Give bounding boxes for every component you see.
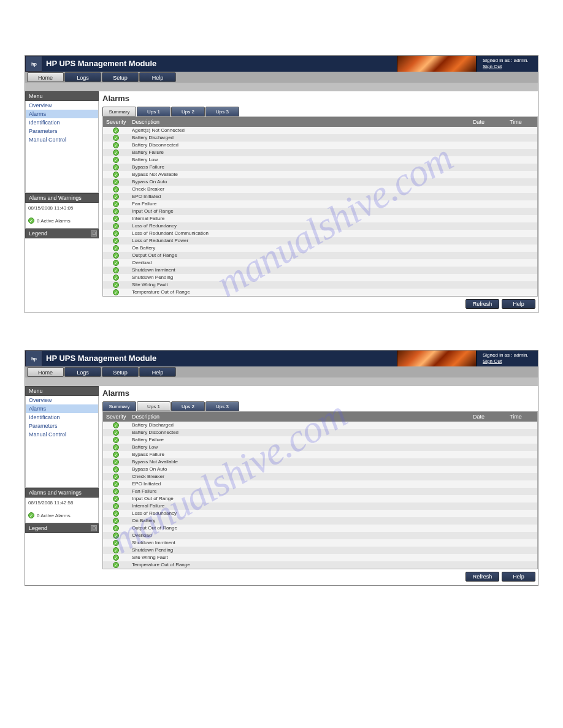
alarm-row[interactable]: ✓Output Out of Range: [103, 525, 537, 532]
help-button[interactable]: Help: [502, 299, 535, 309]
nav-tab-help[interactable]: Help: [139, 72, 176, 82]
subtab-summary[interactable]: Summary: [102, 107, 136, 116]
alarm-row[interactable]: ✓EPO Initiated: [103, 480, 537, 488]
nav-tab-logs[interactable]: Logs: [64, 367, 101, 377]
ok-icon: ✓: [113, 533, 119, 539]
nav-tab-home[interactable]: Home: [27, 367, 64, 377]
alarm-row[interactable]: ✓Shutdown Pending: [103, 547, 537, 554]
subtab-ups-1[interactable]: Ups 1: [137, 107, 170, 116]
alarm-row[interactable]: ✓Loss of Redundancy: [103, 510, 537, 517]
alarm-row[interactable]: ✓Bypass Failure: [103, 451, 537, 458]
date-cell: [470, 252, 507, 259]
alarm-row[interactable]: ✓Overload: [103, 532, 537, 539]
date-cell: [470, 561, 507, 569]
alarm-row[interactable]: ✓Shutdown Pending: [103, 274, 537, 281]
alarm-row[interactable]: ✓Battery Low: [103, 444, 537, 451]
alarm-row[interactable]: ✓Battery Low: [103, 156, 537, 164]
alarm-row[interactable]: ✓Bypass Not Available: [103, 171, 537, 178]
menu-item-alarms[interactable]: Alarms: [26, 110, 98, 118]
alarm-row[interactable]: ✓Battery Discharged: [103, 134, 537, 142]
alarm-row[interactable]: ✓Bypass Not Available: [103, 458, 537, 466]
description-cell: Loss of Redundant Power: [129, 237, 470, 245]
alarm-row[interactable]: ✓Fan Failure: [103, 200, 537, 208]
alarm-row[interactable]: ✓Agent(s) Not Connected: [103, 127, 537, 134]
expand-icon[interactable]: □: [91, 230, 97, 237]
refresh-button[interactable]: Refresh: [465, 572, 499, 582]
refresh-button[interactable]: Refresh: [465, 299, 499, 309]
alarm-row[interactable]: ✓Loss of Redundancy: [103, 222, 537, 230]
subtab-ups-1[interactable]: Ups 1: [137, 401, 170, 411]
menu-item-manual-control[interactable]: Manual Control: [26, 430, 98, 439]
nav-tab-help[interactable]: Help: [139, 367, 176, 377]
time-cell: [507, 444, 537, 451]
page-title: Alarms: [102, 91, 538, 107]
signout-link[interactable]: Sign Out: [483, 64, 532, 70]
alarm-row[interactable]: ✓Shutdown Imminent: [103, 267, 537, 274]
alarm-row[interactable]: ✓Loss of Redundant Communication: [103, 230, 537, 237]
menu-item-overview[interactable]: Overview: [26, 101, 98, 110]
subtab-summary[interactable]: Summary: [102, 401, 136, 411]
alarm-row[interactable]: ✓Bypass On Auto: [103, 178, 537, 186]
subtab-ups-3[interactable]: Ups 3: [205, 401, 239, 411]
alarms-grid: SeverityDescriptionDateTime✓Agent(s) Not…: [102, 116, 538, 297]
description-cell: Bypass Failure: [129, 164, 470, 171]
nav-tab-logs[interactable]: Logs: [64, 72, 101, 82]
alarm-row[interactable]: ✓Internal Failure: [103, 215, 537, 222]
ok-icon: ✓: [113, 540, 119, 546]
time-cell: [507, 208, 537, 215]
alarm-row[interactable]: ✓Battery Disconnected: [103, 142, 537, 149]
menu-item-manual-control[interactable]: Manual Control: [26, 135, 98, 144]
alarm-row[interactable]: ✓Check Breaker: [103, 186, 537, 193]
time-cell: [507, 237, 537, 245]
alarm-row[interactable]: ✓Battery Discharged: [103, 422, 537, 429]
alarm-row[interactable]: ✓Output Out of Range: [103, 252, 537, 259]
alarm-row[interactable]: ✓Temperature Out of Range: [103, 289, 537, 296]
description-cell: Overload: [129, 259, 470, 267]
alarm-row[interactable]: ✓On Battery: [103, 517, 537, 525]
menu-item-parameters[interactable]: Parameters: [26, 127, 98, 135]
alarm-row[interactable]: ✓Site Wiring Fault: [103, 554, 537, 561]
alarm-row[interactable]: ✓Input Out of Range: [103, 208, 537, 215]
ok-icon: ✓: [113, 142, 119, 148]
alarm-row[interactable]: ✓Site Wiring Fault: [103, 281, 537, 289]
nav-tab-setup[interactable]: Setup: [102, 72, 139, 82]
menu-item-alarms[interactable]: Alarms: [26, 404, 98, 413]
alarm-row[interactable]: ✓Bypass On Auto: [103, 466, 537, 473]
signout-link[interactable]: Sign Out: [483, 358, 532, 365]
time-cell: [507, 429, 537, 436]
nav-tab-home[interactable]: Home: [27, 72, 64, 82]
legend-header[interactable]: Legend□: [25, 523, 99, 533]
subtab-ups-2[interactable]: Ups 2: [171, 107, 205, 116]
menu-item-parameters[interactable]: Parameters: [26, 422, 98, 430]
alarm-row[interactable]: ✓Shutdown Imminent: [103, 539, 537, 547]
ok-icon: ✓: [113, 172, 119, 178]
alarms-warnings-body: 08/15/2008 11:42:58✓0 Active Alarms: [25, 498, 99, 523]
menu-item-overview[interactable]: Overview: [26, 396, 98, 404]
expand-icon[interactable]: □: [91, 525, 97, 531]
alarm-row[interactable]: ✓On Battery: [103, 245, 537, 252]
alarm-row[interactable]: ✓Battery Disconnected: [103, 429, 537, 436]
ok-icon: ✓: [113, 503, 119, 509]
subtab-ups-2[interactable]: Ups 2: [171, 401, 205, 411]
alarm-row[interactable]: ✓Bypass Failure: [103, 164, 537, 171]
alarm-row[interactable]: ✓Battery Failure: [103, 149, 537, 156]
description-cell: EPO Initiated: [129, 480, 470, 488]
date-cell: [470, 208, 507, 215]
alarm-row[interactable]: ✓Check Breaker: [103, 473, 537, 480]
alarm-row[interactable]: ✓Temperature Out of Range: [103, 561, 537, 569]
alarm-row[interactable]: ✓Loss of Redundant Power: [103, 237, 537, 245]
nav-tab-setup[interactable]: Setup: [102, 367, 139, 377]
alarm-row[interactable]: ✓Internal Failure: [103, 502, 537, 510]
description-cell: Shutdown Imminent: [129, 539, 470, 547]
subtab-ups-3[interactable]: Ups 3: [205, 107, 239, 116]
menu-item-identification[interactable]: Identification: [26, 118, 98, 127]
menu-item-identification[interactable]: Identification: [26, 413, 98, 422]
alarm-row[interactable]: ✓Fan Failure: [103, 488, 537, 495]
help-button[interactable]: Help: [502, 572, 535, 582]
description-cell: Shutdown Pending: [129, 274, 470, 281]
alarm-row[interactable]: ✓EPO Initiated: [103, 193, 537, 200]
alarm-row[interactable]: ✓Overload: [103, 259, 537, 267]
alarm-row[interactable]: ✓Battery Failure: [103, 436, 537, 444]
legend-header[interactable]: Legend□: [25, 229, 99, 238]
alarm-row[interactable]: ✓Input Out of Range: [103, 495, 537, 502]
